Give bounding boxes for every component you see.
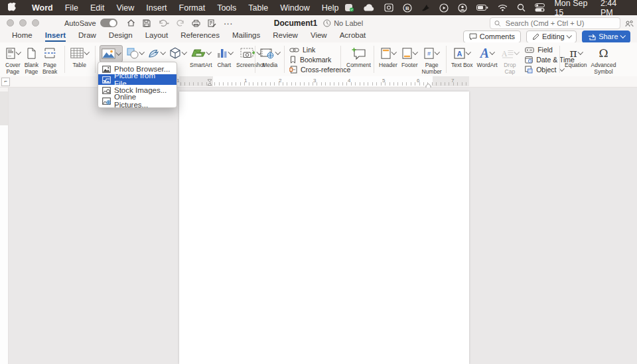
advanced-symbol-button[interactable]: Ω Advanced Symbol (590, 44, 618, 76)
close-window-button[interactable] (7, 19, 14, 27)
badge-check-icon[interactable] (344, 3, 354, 12)
wordart-button[interactable]: A WordArt (476, 44, 499, 70)
comment-button[interactable]: Comment (345, 44, 372, 70)
comment-bubble-icon (469, 33, 477, 40)
window-title-bar: AutoSave ··· Document1 No Label (0, 15, 637, 30)
page-break-button[interactable]: Page Break (41, 44, 58, 76)
menubar-item-word[interactable]: Word (26, 3, 59, 13)
bookmark-icon (289, 56, 297, 64)
pictures-icon (102, 48, 115, 59)
cover-page-button[interactable]: Cover Page (4, 44, 22, 76)
screenshot-icon (240, 48, 256, 59)
blank-page-button[interactable]: Blank Page (23, 44, 40, 76)
people-share-icon[interactable] (625, 19, 634, 30)
link-button[interactable]: Link (289, 46, 350, 54)
footer-button[interactable]: Footer (400, 44, 419, 70)
menubar-item-format[interactable]: Format (173, 3, 212, 13)
search-input[interactable] (504, 19, 616, 28)
spotlight-search-icon[interactable] (517, 3, 526, 12)
object-icon (525, 66, 533, 74)
wifi-icon[interactable] (498, 4, 508, 11)
3d-models-button[interactable] (168, 44, 188, 63)
apple-menu-icon[interactable] (8, 3, 17, 13)
search-field[interactable] (490, 17, 620, 29)
share-button[interactable]: Share (582, 30, 630, 43)
bookmark-button[interactable]: Bookmark (289, 56, 350, 64)
ruler-number: 7 (451, 78, 454, 84)
home-icon[interactable] (127, 19, 135, 27)
more-commands-icon[interactable]: ··· (224, 19, 233, 28)
ruler-number: 1 (244, 78, 247, 84)
menubar-item-help[interactable]: Help (316, 3, 345, 13)
link-icon (289, 47, 299, 53)
menubar-clock[interactable]: Mon Sep 15 2:44 PM (554, 0, 629, 17)
header-button[interactable]: Header (378, 44, 399, 70)
menubar-item-window[interactable]: Window (274, 3, 315, 13)
shapes-button[interactable] (125, 44, 145, 63)
table-button[interactable]: Table (69, 44, 90, 70)
ruler-number: 3 (313, 78, 316, 84)
photos-app-icon[interactable] (384, 3, 393, 12)
menubar-time: 2:44 PM (601, 0, 629, 17)
zoom-window-button[interactable] (32, 19, 39, 27)
tab-design[interactable]: Design (109, 31, 133, 42)
autosave-toggle[interactable] (100, 19, 117, 27)
pictures-dropdown-menu: Photo Browser... Picture from File... St… (98, 62, 177, 108)
tab-layout[interactable]: Layout (145, 31, 169, 42)
menubar-date: Mon Sep 15 (554, 0, 595, 17)
person-circle-icon[interactable] (458, 3, 467, 13)
tab-references[interactable]: References (180, 31, 220, 42)
smartart-button[interactable]: SmartArt (188, 44, 214, 70)
pencil-icon (532, 33, 539, 40)
menubar-item-tools[interactable]: Tools (211, 3, 242, 13)
tab-draw[interactable]: Draw (78, 31, 96, 42)
print-icon[interactable] (192, 19, 200, 27)
menubar-item-insert[interactable]: Insert (140, 3, 173, 13)
cross-reference-icon (289, 66, 297, 74)
menu-item-picture-from-file[interactable]: Picture from File... (98, 74, 177, 85)
ribbon-tab-row: Home Insert Draw Design Layout Reference… (0, 30, 637, 42)
undo-icon[interactable] (158, 19, 169, 27)
control-center-icon[interactable] (535, 3, 545, 12)
new-comment-icon (351, 47, 366, 60)
menubar-item-edit[interactable]: Edit (84, 3, 111, 13)
icons-button[interactable] (146, 44, 167, 63)
save-icon[interactable] (143, 19, 151, 27)
chart-button[interactable]: Chart (215, 44, 234, 70)
tab-stop-selector[interactable]: ⌐ (1, 78, 10, 86)
tab-mailings[interactable]: Mailings (232, 31, 260, 42)
equation-button[interactable]: π Equation (563, 44, 589, 70)
menubar-item-view[interactable]: View (110, 3, 140, 13)
tab-review[interactable]: Review (273, 31, 298, 42)
text-box-button[interactable]: A Text Box (450, 44, 474, 70)
comments-button[interactable]: Comments (463, 30, 521, 43)
tab-acrobat[interactable]: Acrobat (340, 31, 366, 42)
menubar-item-table[interactable]: Table (242, 3, 274, 13)
play-circle-icon[interactable] (439, 3, 449, 13)
vertical-ruler[interactable] (0, 88, 9, 364)
date-time-icon (525, 56, 533, 64)
battery-icon[interactable] (476, 5, 488, 11)
minimize-window-button[interactable] (19, 19, 27, 27)
page-number-button[interactable]: # Page Number (420, 44, 443, 76)
cloud-icon[interactable] (364, 4, 375, 11)
document-page[interactable] (179, 91, 469, 364)
page-break-icon (44, 48, 56, 58)
tab-home[interactable]: Home (12, 31, 33, 42)
editing-mode-button[interactable]: Editing (526, 30, 577, 43)
redo-icon[interactable] (177, 19, 184, 27)
format-document-icon[interactable] (208, 19, 216, 27)
horizontal-ruler[interactable]: ⌐ 1 1 2 3 4 5 6 7 (0, 76, 637, 88)
media-button[interactable]: Media (259, 44, 281, 70)
menu-item-online-pictures[interactable]: Online Pictures... (98, 95, 177, 106)
menubar-item-file[interactable]: File (59, 3, 84, 13)
dark-tool-icon[interactable] (421, 3, 430, 12)
circled-b-icon[interactable]: B (403, 3, 412, 13)
sensitivity-label[interactable]: No Label (323, 19, 363, 27)
tab-insert[interactable]: Insert (45, 31, 66, 42)
label-shield-icon (323, 19, 331, 27)
text-box-icon: A (454, 48, 465, 59)
omega-symbol-icon: Ω (599, 48, 608, 59)
tab-view[interactable]: View (311, 31, 327, 42)
cross-reference-button[interactable]: Cross-reference (289, 66, 350, 74)
